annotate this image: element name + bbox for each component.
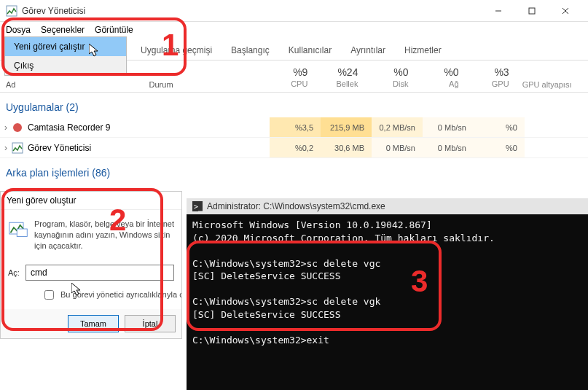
window-titlebar: Görev Yöneticisi (0, 0, 588, 22)
menu-exit[interactable]: Çıkış (5, 56, 126, 75)
svg-rect-2 (529, 8, 535, 14)
menu-file[interactable]: Dosya (6, 25, 31, 35)
cmd-window: >_ Administrator: C:\Windows\system32\cm… (187, 198, 588, 390)
window-title: Görev Yöneticisi (22, 6, 85, 16)
run-description: Program, klasör, belge veya bir İnternet… (34, 219, 174, 251)
col-gpu[interactable]: %3 GPU (466, 63, 517, 92)
process-row[interactable]: › Camtasia Recorder 9 %3,5 215,9 MB 0,2 … (0, 117, 588, 138)
svg-point-5 (13, 123, 22, 132)
svg-text:>_: >_ (194, 203, 203, 211)
menu-run-new-task[interactable]: Yeni görevi çalıştır (5, 37, 126, 56)
task-manager-icon (6, 5, 17, 17)
section-background: Arka plan işlemleri (86) (0, 158, 588, 183)
cell-cpu: %3,5 (270, 117, 321, 137)
admin-checkbox-label: Bu görevi yönetici ayrıcalıklarıyla oluş… (60, 290, 181, 299)
cmd-title-text: Administrator: C:\Windows\system32\cmd.e… (207, 201, 385, 211)
run-input[interactable] (26, 265, 174, 281)
menubar: Dosya Seçenekler Görüntüle (0, 22, 588, 38)
minimize-button[interactable] (482, 0, 515, 22)
file-menu-dropdown: Yeni görevi çalıştır Çıkış (4, 36, 127, 76)
svg-rect-8 (17, 229, 27, 237)
cell-disk: 0 MB/sn (372, 138, 423, 157)
run-dialog-title: Yeni görev oluştur (1, 192, 181, 210)
cell-gpu: %0 (474, 117, 525, 137)
tab-users[interactable]: Kullanıcılar (281, 41, 340, 60)
process-row[interactable]: › Görev Yöneticisi %0,2 30,6 MB 0 MB/sn … (0, 138, 588, 158)
cell-mem: 215,9 MB (321, 117, 372, 137)
col-network[interactable]: %0 Ağ (416, 63, 466, 92)
tab-startup[interactable]: Başlangıç (223, 41, 278, 60)
cell-gpu: %0 (474, 138, 525, 157)
open-label: Aç: (8, 268, 20, 277)
col-gpu-engine[interactable]: GPU altyapısı (517, 77, 588, 92)
col-disk[interactable]: %0 Disk (365, 63, 415, 92)
run-dialog: Yeni görev oluştur Program, klasör, belg… (0, 191, 182, 339)
cmd-icon: >_ (192, 201, 203, 211)
cmd-titlebar: >_ Administrator: C:\Windows\system32\cm… (187, 198, 588, 214)
cell-mem: 30,6 MB (321, 138, 372, 157)
maximize-button[interactable] (515, 0, 549, 22)
camtasia-icon (12, 122, 23, 133)
col-cpu[interactable]: %9 CPU (264, 63, 315, 92)
expand-icon[interactable]: › (0, 143, 12, 153)
ok-button[interactable]: Tamam (68, 315, 119, 332)
section-apps: Uygulamalar (2) (0, 93, 588, 117)
tab-app-history[interactable]: Uygulama geçmişi (119, 41, 220, 60)
col-status[interactable]: Durum (149, 80, 173, 89)
expand-icon[interactable]: › (0, 122, 12, 133)
menu-options[interactable]: Seçenekler (41, 25, 85, 35)
process-name: Camtasia Recorder 9 (28, 122, 110, 133)
cell-disk: 0,2 MB/sn (372, 117, 423, 137)
admin-checkbox[interactable] (44, 290, 54, 300)
menu-view[interactable]: Görüntüle (95, 25, 133, 35)
close-button[interactable] (549, 0, 582, 22)
cell-cpu: %0,2 (270, 138, 321, 157)
cancel-button[interactable]: İptal (125, 315, 176, 332)
process-name: Görev Yöneticisi (28, 143, 91, 153)
task-manager-icon (12, 142, 23, 154)
tab-details[interactable]: Ayrıntılar (342, 41, 393, 60)
run-icon (8, 219, 28, 239)
col-memory[interactable]: %24 Bellek (315, 63, 365, 92)
col-name[interactable]: Ad (6, 80, 15, 89)
cell-net: 0 Mb/sn (423, 138, 474, 157)
tab-services[interactable]: Hizmetler (396, 41, 450, 60)
cmd-output[interactable]: Microsoft Windows [Version 10.0.19042.86… (187, 214, 588, 390)
cell-net: 0 Mb/sn (423, 117, 474, 137)
